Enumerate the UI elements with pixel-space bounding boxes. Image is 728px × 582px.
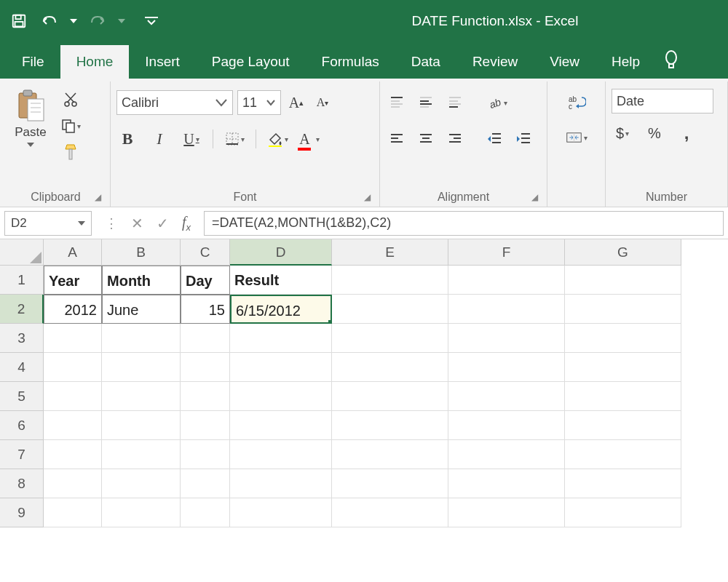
cell-D8[interactable] [230,469,332,498]
customize-qat-button[interactable] [141,11,162,31]
row-header-5[interactable]: 5 [0,382,44,411]
cell-A8[interactable] [44,469,102,498]
increase-font-button[interactable]: A▴ [285,92,307,113]
tab-data[interactable]: Data [395,45,456,79]
tab-help[interactable]: Help [596,45,656,79]
cell-G5[interactable] [565,382,681,411]
column-header-B[interactable]: B [102,239,181,266]
undo-button[interactable] [39,11,60,31]
borders-button[interactable]: ▾ [223,128,245,150]
cell-G4[interactable] [565,353,681,382]
column-header-C[interactable]: C [181,239,230,266]
cut-button[interactable] [58,90,83,109]
align-left-button[interactable] [386,128,408,150]
cell-F1[interactable] [448,266,565,295]
paste-dropdown-icon[interactable] [27,143,34,147]
copy-button[interactable]: ▾ [58,116,83,135]
decrease-font-button[interactable]: A▾ [312,92,333,113]
redo-button[interactable] [87,11,108,31]
column-header-A[interactable]: A [44,239,102,266]
row-header-9[interactable]: 9 [0,498,44,527]
column-header-G[interactable]: G [565,239,681,266]
cell-A1[interactable]: Year [44,266,102,295]
cell-G7[interactable] [565,440,681,469]
format-painter-button[interactable] [58,143,83,162]
select-all-corner[interactable] [0,239,44,266]
cell-E7[interactable] [332,440,448,469]
cell-B8[interactable] [102,469,181,498]
cell-B1[interactable]: Month [102,266,181,295]
dialog-launcher-icon[interactable]: ◢ [95,192,101,202]
cell-C6[interactable] [181,411,230,440]
cell-G9[interactable] [565,498,681,527]
tab-file[interactable]: File [6,45,60,79]
cell-C7[interactable] [181,440,230,469]
row-header-1[interactable]: 1 [0,266,44,295]
paste-button[interactable]: Paste [7,84,54,147]
cell-G1[interactable] [565,266,681,295]
cell-G6[interactable] [565,411,681,440]
cell-C8[interactable] [181,469,230,498]
font-size-combo[interactable]: 11 [237,90,281,115]
cell-E5[interactable] [332,382,448,411]
tell-me-button[interactable] [656,41,695,79]
cell-G2[interactable] [565,295,681,324]
font-name-combo[interactable]: Calibri [116,90,233,115]
wrap-text-button[interactable]: abc [566,92,587,113]
align-bottom-button[interactable] [444,92,466,113]
orientation-button[interactable]: ab▾ [486,92,508,113]
cell-A2[interactable]: 2012 [44,295,102,324]
cell-B3[interactable] [102,324,181,353]
tab-formulas[interactable]: Formulas [306,45,395,79]
cell-C3[interactable] [181,324,230,353]
cell-B6[interactable] [102,411,181,440]
cell-F8[interactable] [448,469,565,498]
cell-D3[interactable] [230,324,332,353]
cell-C2[interactable]: 15 [181,295,230,324]
cell-G8[interactable] [565,469,681,498]
row-header-6[interactable]: 6 [0,411,44,440]
redo-dropdown-icon[interactable] [118,19,125,23]
cell-D6[interactable] [230,411,332,440]
undo-dropdown-icon[interactable] [70,19,77,23]
cell-A5[interactable] [44,382,102,411]
cell-C9[interactable] [181,498,230,527]
row-header-8[interactable]: 8 [0,469,44,498]
font-color-button[interactable]: A▾ [298,128,320,150]
cell-F5[interactable] [448,382,565,411]
cell-E3[interactable] [332,324,448,353]
bold-button[interactable]: B [116,128,138,150]
align-right-button[interactable] [444,128,466,150]
cell-B7[interactable] [102,440,181,469]
decrease-indent-button[interactable] [483,128,505,150]
cell-F2[interactable] [448,295,565,324]
cell-B4[interactable] [102,353,181,382]
expand-formula-bar-icon[interactable]: ⋮ [105,215,118,231]
tab-review[interactable]: Review [456,45,534,79]
cell-A7[interactable] [44,440,102,469]
tab-home[interactable]: Home [60,45,130,79]
tab-insert[interactable]: Insert [129,45,196,79]
cell-B2[interactable]: June [102,295,181,324]
cell-A6[interactable] [44,411,102,440]
column-header-E[interactable]: E [332,239,448,266]
cell-F6[interactable] [448,411,565,440]
cell-F9[interactable] [448,498,565,527]
cell-A3[interactable] [44,324,102,353]
cell-C1[interactable]: Day [181,266,230,295]
cell-E6[interactable] [332,411,448,440]
cell-F4[interactable] [448,353,565,382]
align-middle-button[interactable] [415,92,437,113]
cell-D1[interactable]: Result [230,266,332,295]
cells-area[interactable]: YearMonthDayResult2012June156/15/2012 [44,266,681,527]
cell-D9[interactable] [230,498,332,527]
cell-D7[interactable] [230,440,332,469]
row-header-3[interactable]: 3 [0,324,44,353]
underline-button[interactable]: U▾ [181,128,202,150]
column-header-D[interactable]: D [230,239,332,266]
cell-G3[interactable] [565,324,681,353]
cell-A4[interactable] [44,353,102,382]
cell-A9[interactable] [44,498,102,527]
accounting-format-button[interactable]: $▾ [612,122,633,144]
merge-center-button[interactable]: ▾ [566,127,587,148]
